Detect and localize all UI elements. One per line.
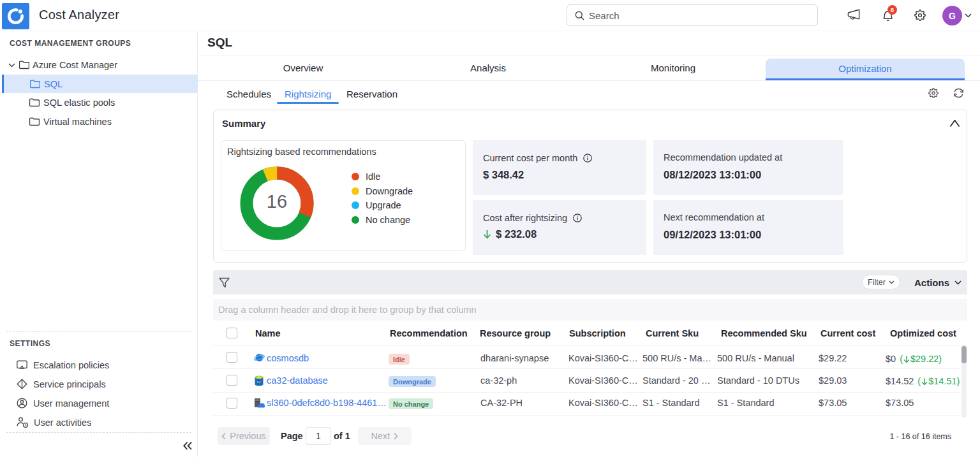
svg-text:SQL: SQL xyxy=(257,381,262,384)
